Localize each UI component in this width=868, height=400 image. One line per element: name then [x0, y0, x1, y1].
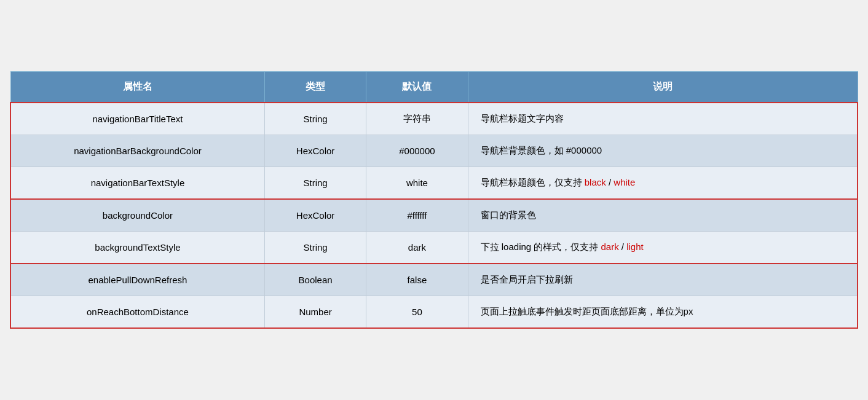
cell-name: onReachBottomDistance	[10, 296, 264, 329]
table-row: backgroundTextStyleStringdark下拉 loading …	[10, 232, 858, 264]
header-default: 默认值	[366, 72, 468, 103]
cell-type: HexColor	[264, 135, 366, 167]
cell-desc: 页面上拉触底事件触发时距页面底部距离，单位为px	[468, 296, 858, 329]
cell-type: String	[264, 167, 366, 200]
cell-name: navigationBarTitleText	[10, 103, 264, 135]
table-row: enablePullDownRefreshBooleanfalse是否全局开启下…	[10, 264, 858, 296]
cell-type: String	[264, 232, 366, 264]
cell-desc: 导航栏背景颜色，如 #000000	[468, 135, 858, 167]
cell-desc: 窗口的背景色	[468, 199, 858, 232]
cell-type: Number	[264, 296, 366, 329]
cell-default: #000000	[366, 135, 468, 167]
cell-type: Boolean	[264, 264, 366, 296]
cell-name: navigationBarTextStyle	[10, 167, 264, 200]
cell-default: #ffffff	[366, 199, 468, 232]
cell-name: enablePullDownRefresh	[10, 264, 264, 296]
cell-default: false	[366, 264, 468, 296]
cell-default: white	[366, 167, 468, 200]
cell-name: backgroundColor	[10, 199, 264, 232]
table-body: navigationBarTitleTextString字符串导航栏标题文字内容…	[10, 103, 858, 328]
main-table-wrapper: 属性名 类型 默认值 说明 navigationBarTitleTextStri…	[10, 71, 858, 329]
table-row: onReachBottomDistanceNumber50页面上拉触底事件触发时…	[10, 296, 858, 329]
cell-type: String	[264, 103, 366, 135]
cell-default: 50	[366, 296, 468, 329]
table-row: navigationBarTitleTextString字符串导航栏标题文字内容	[10, 103, 858, 135]
table-row: backgroundColorHexColor#ffffff窗口的背景色	[10, 199, 858, 232]
cell-desc: 导航栏标题文字内容	[468, 103, 858, 135]
cell-desc: 导航栏标题颜色，仅支持 black / white	[468, 167, 858, 200]
header-type: 类型	[264, 72, 366, 103]
table-row: navigationBarTextStyleStringwhite导航栏标题颜色…	[10, 167, 858, 200]
header-desc: 说明	[468, 72, 858, 103]
table-header-row: 属性名 类型 默认值 说明	[10, 72, 858, 103]
cell-desc: 下拉 loading 的样式，仅支持 dark / light	[468, 232, 858, 264]
table-row: navigationBarBackgroundColorHexColor#000…	[10, 135, 858, 167]
cell-name: backgroundTextStyle	[10, 232, 264, 264]
cell-type: HexColor	[264, 199, 366, 232]
cell-desc: 是否全局开启下拉刷新	[468, 264, 858, 296]
header-name: 属性名	[10, 72, 264, 103]
cell-default: 字符串	[366, 103, 468, 135]
cell-name: navigationBarBackgroundColor	[10, 135, 264, 167]
cell-default: dark	[366, 232, 468, 264]
properties-table: 属性名 类型 默认值 说明 navigationBarTitleTextStri…	[10, 71, 858, 329]
